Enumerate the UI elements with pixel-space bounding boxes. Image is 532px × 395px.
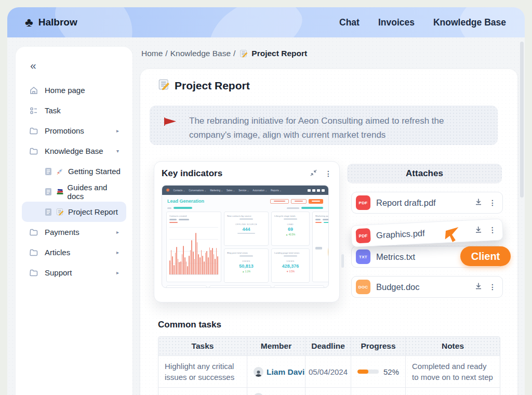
window-scrollbar-thumb[interactable] bbox=[520, 42, 524, 198]
panel-bottom: Marketing qualified leads by first conve… bbox=[274, 285, 324, 288]
sidebar-item-articles[interactable]: Articles ▸ bbox=[22, 242, 126, 262]
chevron-right-icon: ▸ bbox=[116, 128, 119, 134]
panel-title: New contacts by source bbox=[227, 215, 265, 217]
download-icon[interactable] bbox=[475, 282, 482, 292]
progress-label: 81% bbox=[383, 392, 399, 395]
table-row[interactable]: Highlight any critical issues or success… bbox=[158, 356, 500, 387]
nav-knowledge-base[interactable]: Knowledge Base bbox=[433, 17, 506, 28]
file-row-budget[interactable]: DOC Budget.doc ⋮ bbox=[351, 276, 503, 298]
dashboard-scrollbar-thumb[interactable] bbox=[341, 254, 344, 268]
file-name: Report draft.pdf bbox=[376, 198, 475, 208]
kebab-menu-icon[interactable]: ⋮ bbox=[489, 226, 497, 234]
file-row-graphics-dragging[interactable]: PDF Graphics.pdf ⋮ bbox=[351, 218, 503, 247]
panel-delta: ▲ 1.1% bbox=[227, 270, 265, 273]
dashboard-add-report-button bbox=[309, 199, 323, 204]
panel-value: 428,376 bbox=[274, 264, 307, 269]
collapse-diagonal-icon[interactable] bbox=[310, 169, 317, 179]
panel-title: Blog post total views bbox=[227, 252, 265, 254]
memo-icon bbox=[240, 49, 248, 58]
summary-callout: The rebranding initiative for Aeon Consu… bbox=[150, 106, 498, 145]
panel-value: 444 bbox=[227, 227, 265, 232]
file-name: Budget.doc bbox=[376, 282, 475, 292]
breadcrumb-current: Project Report bbox=[251, 49, 307, 58]
breadcrumb-separator: / bbox=[165, 49, 167, 58]
petal-decoration bbox=[197, 7, 311, 37]
sidebar-item-getting-started[interactable]: Getting Started bbox=[22, 161, 126, 181]
dashboard-title: Lead Generation bbox=[167, 199, 204, 204]
page-title: Project Report bbox=[158, 78, 250, 93]
chevron-right-icon: ▸ bbox=[116, 249, 119, 255]
chevron-right-icon: ▸ bbox=[116, 270, 119, 275]
sidebar-item-label: Knowledge Base bbox=[45, 147, 103, 155]
collaborator-label: Client bbox=[460, 246, 511, 266]
sidebar-item-knowledge-base[interactable]: Knowledge Base ▾ bbox=[22, 141, 126, 161]
sidebar-item-support[interactable]: Support ▸ bbox=[22, 262, 126, 283]
column-header-tasks: Tasks bbox=[158, 337, 247, 356]
kebab-menu-icon[interactable]: ⋮ bbox=[489, 199, 496, 207]
member-name[interactable]: Darren Hor bbox=[267, 392, 305, 395]
dashboard-panels: Contacts created New contacts by source … bbox=[162, 212, 328, 283]
progress-fill bbox=[357, 370, 368, 374]
sidebar-item-promotions[interactable]: Promotions ▸ bbox=[22, 121, 126, 141]
sidebar-item-home[interactable]: Home page bbox=[22, 80, 126, 100]
sidebar-item-payments[interactable]: Payments ▸ bbox=[22, 222, 126, 242]
sidebar-item-guides-and-docs[interactable]: Guides and docs bbox=[22, 181, 126, 202]
breadcrumb-knowledge-base[interactable]: Knowledge Base bbox=[170, 49, 231, 58]
key-indicators-title: Key indicators bbox=[162, 168, 222, 179]
kebab-menu-icon[interactable]: ⋮ bbox=[489, 283, 496, 291]
panel-value: 50,813 bbox=[227, 264, 265, 269]
sidebar-item-label: Payments bbox=[45, 228, 79, 236]
file-row-report-draft[interactable]: PDF Report draft.pdf ⋮ bbox=[351, 192, 503, 214]
task-cell: Highlight any critical issues or success… bbox=[158, 356, 247, 387]
pie-label-chip bbox=[315, 247, 322, 249]
folder-icon bbox=[29, 228, 38, 237]
download-icon[interactable] bbox=[475, 198, 482, 208]
sidebar-collapse-button[interactable]: « bbox=[22, 59, 126, 72]
rocket-icon bbox=[56, 167, 65, 176]
panel-value: 69 bbox=[274, 227, 307, 232]
kebab-menu-icon[interactable]: ⋮ bbox=[325, 169, 332, 178]
books-icon bbox=[56, 188, 64, 196]
download-icon[interactable] bbox=[474, 226, 482, 236]
app-frame: ♣ Halbrow Chat Invoices Knowledge Base «… bbox=[7, 7, 525, 395]
sidebar-item-label: Support bbox=[45, 268, 72, 277]
app-logo[interactable]: ♣ Halbrow bbox=[25, 16, 77, 29]
memo-icon bbox=[158, 78, 170, 93]
table-header-row: Tasks Member Deadline Progress Notes bbox=[158, 337, 500, 356]
page-title-text: Project Report bbox=[175, 80, 250, 92]
document-icon bbox=[45, 167, 52, 176]
panel-label: VIEWS bbox=[227, 260, 265, 262]
breadcrumb: Home / Knowledge Base / Project Report bbox=[141, 49, 307, 58]
nav-chat[interactable]: Chat bbox=[339, 17, 360, 28]
progress-cell: 81% bbox=[351, 387, 405, 395]
document-icon bbox=[45, 207, 52, 217]
sidebar-item-label: Promotions bbox=[45, 126, 84, 135]
sidebar-item-label: Articles bbox=[45, 248, 70, 257]
notes-cell: Notes prepared and bbox=[405, 387, 500, 395]
pdf-file-icon: PDF bbox=[356, 195, 370, 210]
dashboard-heading-row: Lead Generation bbox=[162, 195, 328, 206]
top-navigation: Chat Invoices Knowledge Base bbox=[339, 17, 506, 28]
chevron-right-icon: ▸ bbox=[116, 229, 119, 235]
sidebar-item-task[interactable]: Task bbox=[22, 100, 126, 121]
panel-blog-views: Blog post total views VIEWS 50,813 ▲ 1.1… bbox=[224, 248, 269, 283]
common-tasks-title: Common tasks bbox=[158, 320, 221, 330]
sidebar-item-label: Project Report bbox=[68, 207, 118, 216]
breadcrumb-home[interactable]: Home bbox=[141, 49, 163, 58]
table-row[interactable]: Identify significant Darren Hor 12/04/20… bbox=[158, 387, 500, 395]
sidebar-item-project-report[interactable]: Project Report bbox=[22, 202, 126, 222]
member-name[interactable]: Liam Davis bbox=[267, 366, 305, 377]
column-header-member: Member bbox=[247, 337, 305, 356]
panel-pie: Marketing qualified leads by original so… bbox=[312, 212, 329, 282]
progress-cell: 52% bbox=[351, 356, 405, 387]
document-icon bbox=[45, 187, 52, 196]
sidebar-item-label: Guides and docs bbox=[68, 183, 121, 201]
nav-invoices[interactable]: Invoices bbox=[378, 17, 415, 28]
home-icon bbox=[29, 86, 38, 95]
chevron-down-icon: ▾ bbox=[116, 148, 119, 154]
panel-title: Contacts created bbox=[169, 215, 218, 217]
folder-icon bbox=[29, 126, 38, 136]
dashboard-nav-items: Contacts ⌄Conversations ⌄Marketing ⌄Sale… bbox=[174, 189, 304, 192]
callout-line-2: company's image, align with current mark… bbox=[189, 130, 385, 140]
task-list-icon bbox=[29, 106, 38, 115]
